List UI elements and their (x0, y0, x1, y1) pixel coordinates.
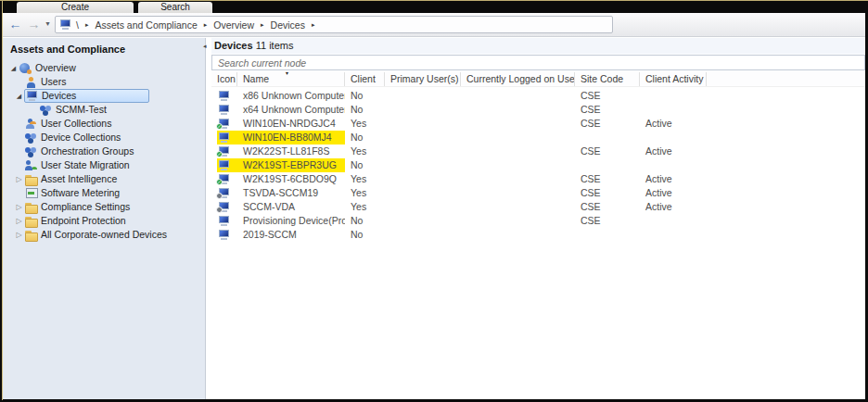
user-icon (25, 77, 37, 88)
cell-logged-on-user (461, 186, 575, 200)
breadcrumb-item-assets-and-compliance[interactable]: Assets and Compliance (95, 19, 197, 31)
search-input[interactable] (211, 55, 865, 70)
cell-icon: ✓ (211, 144, 237, 158)
device-icon (218, 91, 230, 101)
tree-expander-icon[interactable]: ▷ (14, 172, 24, 186)
tree-expander-icon[interactable]: ▷ (14, 200, 24, 214)
metering-icon (25, 188, 37, 199)
table-row[interactable]: Provisioning Device(Pro...NoCSE (211, 214, 865, 228)
table-row[interactable]: WIN10EN-BB80MJ4No (211, 131, 865, 144)
cell-name: x86 Unknown Computer... (237, 89, 345, 103)
sidebar-item-label: SCMM-Test (56, 103, 107, 117)
column-header-name[interactable]: Name▼ (237, 72, 345, 86)
cell-primary-user (385, 228, 461, 242)
tree-expander-icon[interactable]: ◢ (8, 61, 19, 75)
sidebar-item-user-state-migration[interactable]: User State Migration (3, 158, 205, 172)
panel-header: Devices 11 items (211, 38, 865, 54)
column-header-icon[interactable]: Icon (211, 72, 237, 86)
app-window: CreateSearch ← → ▼ \ ▸Assets and Complia… (0, 0, 868, 402)
cell-primary-user (385, 158, 461, 172)
search-bar (211, 54, 865, 72)
column-header-currently-logged-on-user[interactable]: Currently Logged on User (461, 72, 575, 86)
folder-icon (25, 230, 37, 241)
table-row[interactable]: 2019-SCCMNo (211, 228, 865, 242)
cell-primary-user (385, 89, 461, 103)
cell-client-activity: Active (640, 117, 707, 131)
cell-site-code: CSE (575, 89, 640, 103)
sidebar-item-label: Overview (35, 61, 76, 75)
cell-client-activity (640, 103, 707, 117)
sidebar-item-scmm-test[interactable]: SCMM-Test (3, 103, 205, 117)
tree-item-content: Asset Intelligence (24, 172, 120, 186)
cell-site-code (575, 131, 640, 144)
cell-client: No (345, 103, 385, 117)
sidebar-item-user-collections[interactable]: User Collections (3, 117, 205, 131)
sidebar-item-endpoint-protection[interactable]: ▷Endpoint Protection (3, 214, 205, 228)
column-header-client-activity[interactable]: Client Activity (640, 72, 707, 86)
cell-icon (211, 186, 237, 200)
collection-icon (25, 146, 37, 157)
breadcrumb-item-overview[interactable]: Overview (213, 19, 254, 31)
table-row[interactable]: ✓W2K22ST-LL81F8SYesCSEActive (211, 144, 865, 158)
cell-site-code: CSE (575, 103, 640, 117)
tree-expander-icon[interactable]: ▷ (14, 228, 24, 242)
cell-site-code: CSE (575, 172, 640, 186)
cell-site-code (575, 228, 640, 242)
column-header-primary-user-s[interactable]: Primary User(s) (385, 72, 461, 86)
cell-client: No (345, 131, 385, 144)
table-row[interactable]: x64 Unknown Computer...NoCSE (211, 103, 865, 117)
cell-primary-user (385, 172, 461, 186)
tree-expander-icon[interactable]: ▷ (14, 214, 24, 228)
sidebar-tree: ◢OverviewUsers◢DevicesSCMM-TestUser Coll… (3, 61, 205, 242)
sidebar-item-label: Asset Intelligence (41, 172, 117, 186)
history-dropdown-icon[interactable]: ▼ (45, 20, 51, 27)
table-row[interactable]: ✓WIN10EN-NRDGJC4YesCSEActive (211, 117, 865, 131)
device-icon (218, 188, 230, 198)
cell-icon (211, 200, 237, 214)
tree-expander-icon[interactable]: ◢ (14, 89, 24, 103)
table-row[interactable]: ✓W2K19ST-6CBDO9QYesCSEActive (211, 172, 865, 186)
migration-icon (25, 160, 37, 171)
sidebar-item-label: User Collections (41, 117, 111, 131)
cell-primary-user (385, 144, 461, 158)
cell-logged-on-user (461, 103, 575, 117)
device-icon: ✓ (218, 119, 230, 129)
breadcrumb-separator-icon: ▸ (204, 21, 208, 29)
cell-primary-user (385, 200, 461, 214)
cell-logged-on-user (461, 228, 575, 242)
table-row[interactable]: TSVDA-SCCM19YesCSEActive (211, 186, 865, 200)
breadcrumb-item-devices[interactable]: Devices (271, 19, 305, 31)
collapse-panel-icon[interactable]: ◂ (203, 43, 207, 50)
sidebar-item-label: User State Migration (41, 158, 130, 172)
sidebar-item-users[interactable]: Users (3, 75, 205, 89)
cell-client: No (345, 89, 385, 103)
tree-item-content: Orchestration Groups (24, 144, 136, 158)
cell-icon (211, 103, 237, 117)
sidebar-item-all-corporate-owned-devices[interactable]: ▷All Corporate-owned Devices (3, 228, 205, 242)
sidebar-item-compliance-settings[interactable]: ▷Compliance Settings (3, 200, 205, 214)
cell-name: Provisioning Device(Pro... (237, 214, 345, 228)
back-button[interactable]: ← (6, 16, 24, 32)
cell-icon (211, 214, 237, 228)
ribbon-tab-search[interactable]: Search (138, 2, 212, 13)
forward-button[interactable]: → (25, 16, 43, 32)
ribbon-tab-create[interactable]: Create (17, 2, 134, 13)
sidebar-item-software-metering[interactable]: Software Metering (3, 186, 205, 200)
sidebar-item-devices[interactable]: ◢Devices (3, 89, 205, 103)
device-icon (218, 216, 230, 226)
sidebar-item-overview[interactable]: ◢Overview (3, 61, 205, 75)
tree-item-content: Users (24, 75, 69, 89)
column-header-site-code[interactable]: Site Code (575, 72, 640, 86)
sidebar-item-device-collections[interactable]: Device Collections (3, 131, 205, 144)
sidebar-item-asset-intelligence[interactable]: ▷Asset Intelligence (3, 172, 205, 186)
table-row[interactable]: SCCM-VDAYesCSEActive (211, 200, 865, 214)
cell-client: Yes (345, 117, 385, 131)
sidebar-title: Assets and Compliance (3, 38, 205, 59)
column-header-client[interactable]: Client (345, 72, 385, 86)
cell-name: 2019-SCCM (237, 228, 345, 242)
sidebar-item-orchestration-groups[interactable]: Orchestration Groups (3, 144, 205, 158)
table-row[interactable]: x86 Unknown Computer...NoCSE (211, 89, 865, 103)
client-status-badge-icon (216, 193, 223, 199)
table-row[interactable]: W2K19ST-EBPR3UGNo (211, 158, 865, 172)
sidebar-item-label: Devices (42, 89, 76, 103)
